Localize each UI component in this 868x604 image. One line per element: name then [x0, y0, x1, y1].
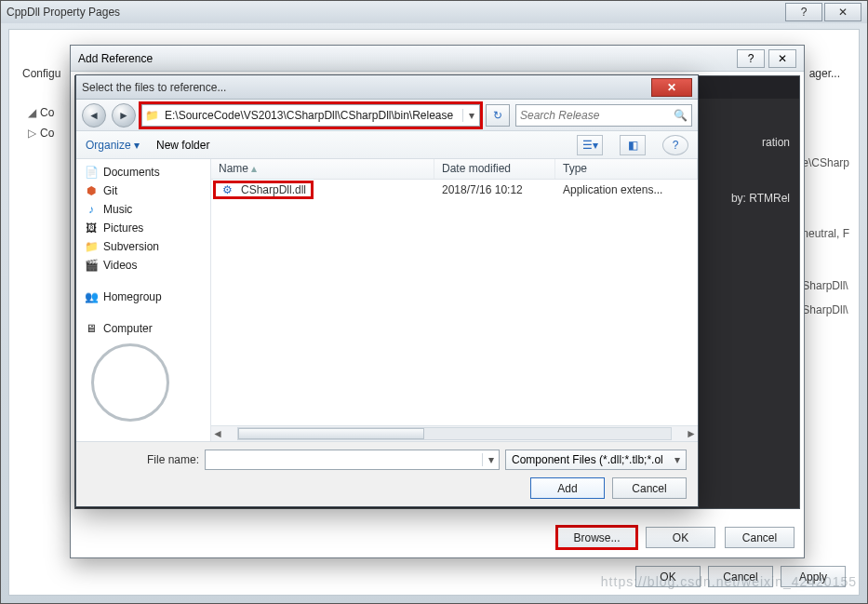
bg-hint: SharpDll\	[802, 298, 849, 322]
fp-close-button[interactable]: ✕	[651, 78, 692, 97]
scroll-right-icon[interactable]: ►	[685, 427, 698, 440]
scroll-thumb[interactable]	[238, 428, 424, 439]
tree-homegroup[interactable]: 👥Homegroup	[82, 288, 210, 306]
file-date: 2018/7/16 10:12	[434, 181, 555, 198]
help-icon: ?	[801, 6, 808, 19]
filetype-filter[interactable]: Component Files (*.dll;*.tlb;*.ol ▾	[505, 450, 687, 470]
add-button[interactable]: Add	[530, 477, 605, 499]
fp-search-input[interactable]	[520, 109, 674, 122]
list-row[interactable]: ⚙ CSharpDll.dll 2018/7/16 10:12 Applicat…	[211, 180, 698, 200]
tree-expand-icon[interactable]: ◢	[28, 106, 36, 119]
outer-help-button[interactable]: ?	[785, 3, 822, 21]
fp-toolbar: Organize ▾ New folder ☰▾ ◧ ?	[76, 131, 698, 159]
sort-asc-icon: ▴	[251, 162, 257, 175]
scroll-left-icon[interactable]: ◄	[211, 427, 224, 440]
new-folder-button[interactable]: New folder	[156, 139, 209, 152]
outer-title: CppDll Property Pages	[7, 6, 120, 19]
col-type[interactable]: Type	[555, 159, 698, 179]
fp-cancel-button[interactable]: Cancel	[612, 477, 687, 499]
file-type: Application extens...	[555, 181, 698, 198]
outer-cancel-button[interactable]: Cancel	[708, 566, 773, 587]
chevron-down-icon[interactable]: ▾	[482, 453, 499, 466]
outer-ok-button[interactable]: OK	[635, 566, 701, 587]
fp-search: 🔍	[515, 104, 692, 127]
pictures-icon: 🖼	[84, 221, 99, 235]
close-icon: ✕	[778, 52, 787, 65]
close-icon: ✕	[838, 6, 848, 19]
outer-close-button[interactable]: ✕	[824, 3, 861, 21]
tree-git[interactable]: ⬢Git	[82, 181, 210, 200]
tree-subversion[interactable]: 📁Subversion	[82, 237, 210, 256]
filter-text: Component Files (*.dll;*.tlb;*.ol	[512, 453, 663, 466]
outer-apply-button[interactable]: Apply	[781, 566, 846, 587]
list-rows: ⚙ CSharpDll.dll 2018/7/16 10:12 Applicat…	[211, 180, 698, 425]
fp-title: Select the files to reference...	[82, 81, 226, 94]
addref-ok-button[interactable]: OK	[646, 527, 715, 548]
chevron-down-icon[interactable]: ▾	[462, 109, 479, 122]
documents-icon: 📄	[84, 166, 99, 179]
close-icon: ✕	[667, 81, 676, 94]
col-name[interactable]: Name ▴	[211, 159, 434, 179]
tree-collapse-icon[interactable]: ▷	[28, 127, 36, 140]
chevron-down-icon: ▾	[674, 453, 680, 466]
bg-rtm: by: RTMRel	[731, 192, 790, 205]
help-icon: ?	[748, 52, 754, 65]
fp-tree: 📄Documents ⬢Git ♪Music 🖼Pictures 📁Subver…	[76, 159, 211, 441]
file-name: CSharpDll.dll	[241, 183, 306, 196]
address-bar[interactable]: 📁 E:\SourceCode\VS2013\CSharpDll\CSharpD…	[141, 104, 480, 127]
fp-titlebar: Select the files to reference... ✕	[76, 75, 698, 100]
outer-tree: ◢Co ▷Co	[28, 102, 54, 143]
tree-music[interactable]: ♪Music	[82, 200, 210, 219]
git-icon: ⬢	[84, 184, 99, 197]
addref-close-button[interactable]: ✕	[768, 49, 796, 68]
config-label: Configu	[22, 67, 60, 80]
computer-icon: 🖥	[84, 322, 99, 335]
addref-cancel-button[interactable]: Cancel	[725, 527, 795, 548]
bg-ration: ration	[762, 136, 790, 149]
outer-titlebar: CppDll Property Pages ? ✕	[1, 1, 867, 23]
tree-computer[interactable]: 🖥Computer	[82, 319, 210, 338]
tree-item[interactable]: Co	[40, 127, 54, 140]
organize-button[interactable]: Organize ▾	[86, 139, 140, 152]
bg-right-hints: e\CSharp neutral, F SharpDll\ SharpDll\	[802, 151, 849, 322]
nav-back-button[interactable]: ◄	[82, 103, 106, 128]
addref-help-button[interactable]: ?	[737, 49, 765, 68]
bg-hint: SharpDll\	[802, 274, 849, 298]
file-picker-dialog: Select the files to reference... ✕ ◄ ► 📁…	[75, 74, 699, 507]
fp-list: Name ▴ Date modified Type ⚙ CSharpDll.dl…	[211, 159, 698, 441]
tree-videos[interactable]: 🎬Videos	[82, 256, 210, 275]
config-manager-button[interactable]: ager...	[809, 67, 840, 80]
fp-body: 📄Documents ⬢Git ♪Music 🖼Pictures 📁Subver…	[76, 159, 698, 441]
tree-item[interactable]: Co	[40, 106, 54, 119]
nav-forward-button[interactable]: ►	[112, 103, 136, 128]
preview-pane-button[interactable]: ◧	[620, 135, 646, 155]
homegroup-icon: 👥	[84, 290, 99, 303]
dll-file-icon: ⚙	[222, 183, 237, 196]
addref-title: Add Reference	[78, 52, 153, 65]
bg-hint: neutral, F	[802, 221, 849, 246]
search-icon[interactable]: 🔍	[674, 109, 688, 122]
file-entry: ⚙ CSharpDll.dll	[215, 182, 312, 197]
folder-icon: 📁	[142, 109, 161, 122]
filename-label: File name:	[87, 453, 199, 466]
tree-documents[interactable]: 📄Documents	[82, 163, 210, 181]
horizontal-scrollbar[interactable]: ◄ ►	[211, 425, 698, 441]
filename-input[interactable]: ▾	[205, 450, 500, 470]
fp-navbar: ◄ ► 📁 E:\SourceCode\VS2013\CSharpDll\CSh…	[76, 100, 698, 131]
fp-bottom: File name: ▾ Component Files (*.dll;*.tl…	[76, 441, 698, 506]
videos-icon: 🎬	[84, 259, 99, 272]
list-header: Name ▴ Date modified Type	[211, 159, 698, 180]
scroll-track[interactable]	[237, 427, 672, 440]
address-text: E:\SourceCode\VS2013\CSharpDll\CSharpDll…	[161, 109, 462, 122]
browse-button[interactable]: Browse...	[557, 527, 636, 548]
addref-button-row: Browse... OK Cancel	[557, 527, 795, 548]
subversion-icon: 📁	[84, 240, 99, 253]
outer-button-row: OK Cancel Apply	[635, 566, 846, 587]
view-options-button[interactable]: ☰▾	[577, 135, 603, 155]
col-date[interactable]: Date modified	[434, 159, 555, 179]
tree-pictures[interactable]: 🖼Pictures	[82, 219, 210, 237]
bg-hint: e\CSharp	[802, 151, 849, 175]
refresh-button[interactable]: ↻	[486, 104, 510, 127]
fp-help-button[interactable]: ?	[662, 135, 688, 155]
drive-placeholder-icon	[91, 343, 169, 422]
